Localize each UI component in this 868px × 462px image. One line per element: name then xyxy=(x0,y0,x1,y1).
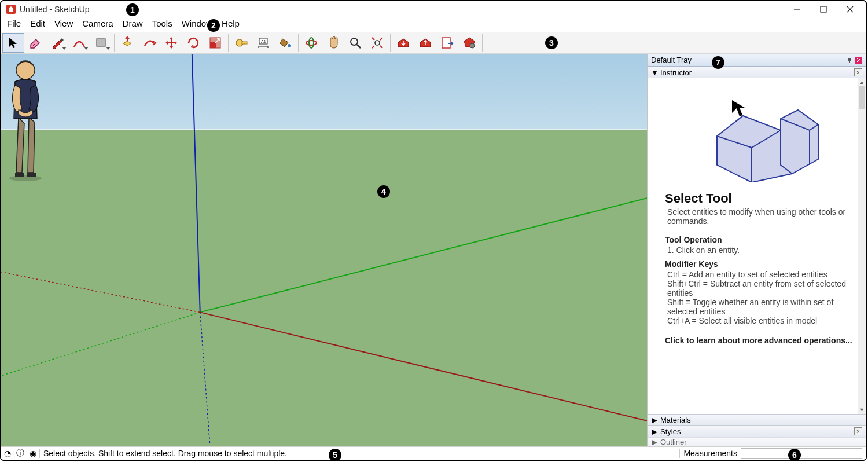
window-maximize-button[interactable] xyxy=(810,1,837,17)
svg-rect-28 xyxy=(849,61,850,63)
outliner-panel-header[interactable]: ▶ Outliner xyxy=(648,437,866,446)
3d-viewport[interactable] xyxy=(1,54,647,446)
callout-7: 7 xyxy=(712,56,724,69)
sketchup-app-icon xyxy=(6,4,16,14)
materials-panel-title: Materials xyxy=(660,416,691,424)
collapsed-arrow-icon: ▶ xyxy=(651,416,658,424)
3dwarehouse-get-button[interactable] xyxy=(392,33,414,53)
expanded-arrow-icon: ▼ xyxy=(651,68,658,77)
instructor-tool-desc: Select entities to modify when using oth… xyxy=(667,207,856,226)
svg-line-23 xyxy=(200,312,647,420)
menu-file[interactable]: File xyxy=(3,17,24,30)
followme-tool-button[interactable] xyxy=(138,33,160,53)
ruby-console-button[interactable] xyxy=(458,33,480,53)
dimension-tool-button[interactable]: A1 xyxy=(252,33,274,53)
paint-bucket-button[interactable] xyxy=(274,33,296,53)
svg-line-21 xyxy=(200,198,647,312)
zoom-tool-button[interactable] xyxy=(344,33,366,53)
draw-tool-dropdown[interactable] xyxy=(46,33,68,53)
measurements-input[interactable] xyxy=(741,448,862,459)
main-toolbar: A1 xyxy=(1,32,866,54)
move-tool-button[interactable] xyxy=(160,33,182,53)
svg-point-14 xyxy=(309,38,314,48)
styles-close-button[interactable]: × xyxy=(854,427,862,435)
instructor-panel-header[interactable]: ▼ Instructor × xyxy=(648,67,866,78)
status-user-icon[interactable]: ◉ xyxy=(27,449,39,458)
callout-2: 2 xyxy=(207,19,220,32)
instructor-mod-shift: Shift = Toggle whether an entity is with… xyxy=(667,298,856,316)
status-info-icon[interactable]: ⓘ xyxy=(14,448,27,459)
window-close-button[interactable] xyxy=(837,1,863,17)
tray-title: Default Tray xyxy=(651,56,692,64)
svg-line-22 xyxy=(1,312,200,376)
measurements-label: Measurements xyxy=(679,449,741,458)
instructor-op-line: 1. Click on an entity. xyxy=(667,245,856,255)
svg-line-19 xyxy=(192,54,200,312)
callout-3: 3 xyxy=(545,36,558,49)
callout-4: 4 xyxy=(377,185,390,198)
instructor-learn-more[interactable]: Click to learn about more advanced opera… xyxy=(665,336,856,345)
svg-point-16 xyxy=(375,41,380,45)
styles-panel-title: Styles xyxy=(660,427,681,436)
menu-draw[interactable]: Draw xyxy=(119,17,146,30)
rotate-tool-button[interactable] xyxy=(182,33,204,53)
svg-point-12 xyxy=(288,44,291,47)
select-tool-button[interactable] xyxy=(2,33,24,53)
window-title: Untitled - SketchUp xyxy=(20,5,90,14)
viewport-axes xyxy=(1,54,647,445)
instructor-tool-title: Select Tool xyxy=(665,191,856,206)
menu-bar: File Edit View Camera Draw Tools Window … xyxy=(1,17,866,32)
pushpull-tool-button[interactable] xyxy=(116,33,138,53)
svg-point-18 xyxy=(470,43,475,48)
styles-panel-header[interactable]: ▶ Styles × xyxy=(648,426,866,437)
orbit-tool-button[interactable] xyxy=(300,33,322,53)
callout-1: 1 xyxy=(126,3,139,16)
menu-help[interactable]: Help xyxy=(218,17,243,30)
svg-line-24 xyxy=(1,272,200,313)
instructor-mod-ctrla: Ctrl+A = Select all visible entities in … xyxy=(667,316,856,325)
status-hint: Select objects. Shift to extend select. … xyxy=(40,449,290,458)
instructor-mod-heading: Modifier Keys xyxy=(665,259,856,269)
eraser-tool-button[interactable] xyxy=(24,33,46,53)
instructor-illustration xyxy=(665,84,827,182)
instructor-panel-title: Instructor xyxy=(660,68,692,77)
svg-point-13 xyxy=(306,41,317,45)
svg-rect-9 xyxy=(242,42,247,44)
svg-text:A1: A1 xyxy=(261,39,266,43)
menu-view[interactable]: View xyxy=(51,17,76,30)
instructor-mod-ctrl: Ctrl = Add an entity to set of selected … xyxy=(667,270,856,279)
instructor-panel-body: ▲▼ Select Tool Select entities to mod xyxy=(648,78,866,414)
svg-point-15 xyxy=(351,38,358,45)
tray-close-icon[interactable] xyxy=(855,57,862,64)
svg-rect-5 xyxy=(97,39,105,46)
tray-pin-icon[interactable] xyxy=(846,57,853,64)
scale-figure xyxy=(1,54,50,181)
svg-line-20 xyxy=(200,312,210,445)
status-bar: ◔ ⓘ ◉ Select objects. Shift to extend se… xyxy=(1,446,866,459)
menu-camera[interactable]: Camera xyxy=(79,17,116,30)
tray-header[interactable]: Default Tray xyxy=(648,54,866,67)
svg-rect-27 xyxy=(848,58,851,61)
arc-tool-dropdown[interactable] xyxy=(68,33,90,53)
instructor-close-button[interactable]: × xyxy=(854,68,862,76)
svg-point-25 xyxy=(9,175,42,181)
menu-edit[interactable]: Edit xyxy=(27,17,49,30)
3dwarehouse-share-button[interactable] xyxy=(414,33,436,53)
instructor-scrollbar[interactable]: ▲▼ xyxy=(858,78,866,414)
zoom-extents-button[interactable] xyxy=(366,33,388,53)
instructor-mod-shiftctrl: Shift+Ctrl = Subtract an entity from set… xyxy=(667,279,856,298)
send-to-layout-button[interactable] xyxy=(436,33,458,53)
shape-tool-dropdown[interactable] xyxy=(90,33,112,53)
window-minimize-button[interactable] xyxy=(784,1,810,17)
materials-panel-header[interactable]: ▶ Materials xyxy=(648,414,866,426)
status-tip-icon[interactable]: ◔ xyxy=(1,449,14,458)
tape-measure-button[interactable] xyxy=(230,33,252,53)
collapsed-arrow-icon: ▶ xyxy=(651,427,658,436)
instructor-op-heading: Tool Operation xyxy=(665,235,856,244)
collapsed-arrow-icon: ▶ xyxy=(651,438,658,446)
menu-tools[interactable]: Tools xyxy=(149,17,176,30)
scale-tool-button[interactable] xyxy=(204,33,226,53)
pan-tool-button[interactable] xyxy=(322,33,344,53)
callout-5: 5 xyxy=(329,449,341,461)
callout-6: 6 xyxy=(788,449,801,461)
